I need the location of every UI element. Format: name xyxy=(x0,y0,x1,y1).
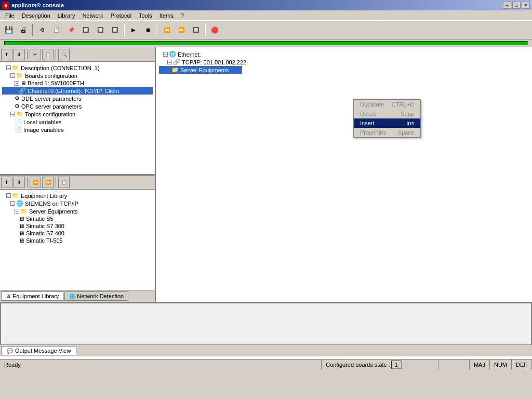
expand-ethernet[interactable]: − xyxy=(163,52,168,57)
toolbar-btn-7[interactable]: 🔲 xyxy=(94,23,107,37)
s7400-icon: 🖥 xyxy=(19,230,24,236)
tree-item-s5[interactable]: 🖥 Simatic S5 xyxy=(2,215,153,222)
expand-siemens[interactable]: − xyxy=(10,201,15,206)
panel-btn-3[interactable]: ✂ xyxy=(30,49,41,60)
menu-items[interactable]: Items xyxy=(156,11,177,20)
minimize-button[interactable]: − xyxy=(503,2,511,9)
left-top-tree: − 📁 Description (CONNECTION_1) − 📁 Board… xyxy=(0,62,155,174)
toolbar-btn-12[interactable]: ⏩ xyxy=(175,23,188,37)
main-area: ⬆ ⬇ ✂ 📋 🔍 − 📁 Description (CONNECTION_1) xyxy=(0,47,532,302)
tree-label-siemens: SIEMENS on TCP/IP xyxy=(25,201,78,207)
toolbar-btn-10[interactable]: ⏹ xyxy=(141,23,155,37)
toolbar-btn-2[interactable]: 🖨 xyxy=(17,23,30,37)
left-bottom-tabs: 🖥 Equipment Library 🌐 Network Detection xyxy=(0,290,155,302)
menu-file[interactable]: File xyxy=(2,11,18,20)
panel-btn-b2[interactable]: ⬇ xyxy=(14,177,25,188)
tree-item-eqlib[interactable]: − 📁 Equipment Library xyxy=(2,192,153,200)
status-empty-1 xyxy=(407,360,438,369)
menu-description[interactable]: Description xyxy=(19,11,54,20)
status-def-text: DEF xyxy=(516,362,527,368)
expand-servereq[interactable]: − xyxy=(15,209,19,214)
tree-item-desc[interactable]: − 📁 Description (CONNECTION_1) xyxy=(2,64,153,72)
ti505-icon: 🖥 xyxy=(19,237,24,244)
image-icon: 📄 xyxy=(15,126,22,133)
panel-btn-4[interactable]: 📋 xyxy=(42,49,54,60)
tree-item-image[interactable]: 📄 Image variables xyxy=(2,126,153,134)
menu-help[interactable]: ? xyxy=(178,11,187,20)
right-tree-servereq[interactable]: 📁 Server Equipments xyxy=(159,66,242,74)
toolbar-sep-3 xyxy=(157,24,158,36)
close-button[interactable]: × xyxy=(522,2,530,9)
status-def: DEF xyxy=(512,360,532,369)
ctx-duplicate[interactable]: Duplicate CTRL+D xyxy=(354,100,420,109)
left-top-panel: ⬆ ⬇ ✂ 📋 🔍 − 📁 Description (CONNECTION_1) xyxy=(0,47,155,175)
panel-btn-b4[interactable]: ⏩ xyxy=(42,177,54,188)
menu-library[interactable]: Library xyxy=(55,11,78,20)
menu-protocol[interactable]: Protocol xyxy=(108,11,135,20)
tree-item-ti505[interactable]: 🖥 Simatic TI-505 xyxy=(2,237,153,244)
toolbar-btn-stop[interactable]: 🔴 xyxy=(208,23,221,37)
toolbar-btn-6[interactable]: 🔲 xyxy=(79,23,92,37)
tree-label-s7400: Simatic S7 400 xyxy=(26,230,64,236)
tab-output-message[interactable]: 💬 Output Message View xyxy=(1,346,76,355)
right-tree: − 🌐 Ethernet: − 🔗 TCP/IP: 001.001.002.22… xyxy=(156,47,532,77)
menu-tools[interactable]: Tools xyxy=(136,11,155,20)
tree-item-boards[interactable]: − 📁 Boards configuration xyxy=(2,72,153,79)
panel-btn-b3[interactable]: ⏪ xyxy=(30,177,41,188)
folder-icon-desc: 📁 xyxy=(12,64,19,71)
bottom-area: 💬 Output Message View xyxy=(0,302,532,359)
toolbar-btn-11[interactable]: ⏪ xyxy=(160,23,174,37)
ctx-insert-label: Insert xyxy=(360,120,375,126)
tree-item-local[interactable]: 📄 Local variables xyxy=(2,118,153,126)
toolbar-btn-5[interactable]: 📌 xyxy=(64,23,78,37)
expand-eqlib[interactable]: − xyxy=(6,193,11,198)
toolbar-btn-1[interactable]: 💾 xyxy=(2,23,16,37)
topics-icon: 📁 xyxy=(16,111,23,117)
right-tree-tcpip[interactable]: − 🔗 TCP/IP: 001.001.002.222 xyxy=(159,58,529,66)
tree-item-dde[interactable]: ⚙ DDE server parameters xyxy=(2,95,153,102)
panel-btn-b1[interactable]: ⬆ xyxy=(1,177,12,188)
expand-board1[interactable]: − xyxy=(15,81,19,86)
tab-network-detection[interactable]: 🌐 Network Detection xyxy=(64,291,128,301)
opc-icon: ⚙ xyxy=(15,103,20,110)
tab-equipment-library[interactable]: 🖥 Equipment Library xyxy=(1,291,63,301)
left-bottom-tree: − 📁 Equipment Library − 🌐 SIEMENS on TCP… xyxy=(0,190,155,290)
left-bottom-toolbar: ⬆ ⬇ ⏪ ⏩ 📋 xyxy=(0,175,155,190)
expand-tcpip[interactable]: − xyxy=(167,60,172,64)
toolbar-btn-13[interactable]: 🔲 xyxy=(189,23,203,37)
siemens-icon: 🌐 xyxy=(16,200,23,207)
panel-btn-1[interactable]: ⬆ xyxy=(1,49,12,60)
right-label-servereq: Server Equipments xyxy=(180,67,229,73)
status-bar: Ready Configured boards state : 1 MAJ NU… xyxy=(0,359,532,369)
tree-item-servereq[interactable]: − 📁 Server Equipments xyxy=(2,207,153,215)
toolbar-sep-4 xyxy=(205,24,206,36)
panel-btn-5[interactable]: 🔍 xyxy=(58,49,70,60)
output-message-icon: 💬 xyxy=(7,348,13,354)
boards-value-box: 1 xyxy=(391,361,402,369)
tree-item-s7400[interactable]: 🖥 Simatic S7 400 xyxy=(2,230,153,237)
menu-network[interactable]: Network xyxy=(79,11,106,20)
ctx-insert[interactable]: Insert Ins xyxy=(354,118,420,128)
left-top-toolbar: ⬆ ⬇ ✂ 📋 🔍 xyxy=(0,47,155,62)
boards-value: 1 xyxy=(395,362,398,368)
expand-boards[interactable]: − xyxy=(10,73,15,78)
panel-btn-2[interactable]: ⬇ xyxy=(14,49,25,60)
expand-topics[interactable]: − xyxy=(10,112,15,116)
toolbar-btn-4[interactable]: 📋 xyxy=(50,23,63,37)
maximize-button[interactable]: □ xyxy=(512,2,521,9)
tree-item-siemens[interactable]: − 🌐 SIEMENS on TCP/IP xyxy=(2,200,153,207)
tree-item-channel0[interactable]: 🔗 Channel 0 (Ethernet): TCP/IP, Client xyxy=(2,87,153,95)
tree-item-s7300[interactable]: 🖥 Simatic S7 300 xyxy=(2,222,153,230)
right-tree-ethernet[interactable]: − 🌐 Ethernet: xyxy=(159,50,529,58)
toolbar-btn-3[interactable]: ⚙ xyxy=(35,23,49,37)
tree-item-opc[interactable]: ⚙ OPC server parameters xyxy=(2,102,153,110)
toolbar-btn-8[interactable]: 🔲 xyxy=(108,23,122,37)
panel-btn-b5[interactable]: 📋 xyxy=(58,177,70,188)
expand-desc[interactable]: − xyxy=(6,65,11,70)
ctx-properties[interactable]: Properties Space xyxy=(354,128,420,137)
toolbar-btn-9[interactable]: ▶ xyxy=(127,23,140,37)
tree-item-topics[interactable]: − 📁 Topics configuration xyxy=(2,110,153,118)
ctx-delete[interactable]: Delete Supp xyxy=(354,109,420,118)
tree-item-board1[interactable]: − 🖥 Board 1: SW1000ETH xyxy=(2,79,153,87)
tree-label-servereq: Server Equipments xyxy=(29,208,78,215)
